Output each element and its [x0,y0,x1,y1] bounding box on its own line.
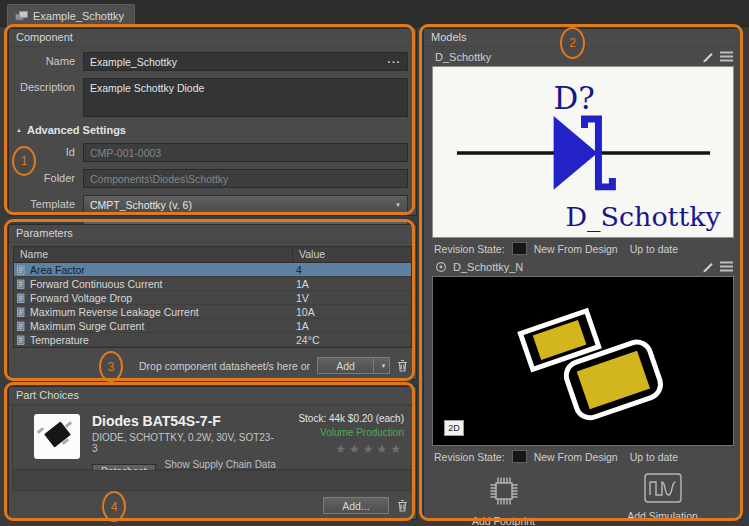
part-choices-section: Part Choices Diodes BAT54S-7-F DIODE, SC… [8,386,417,520]
part-photo-lead [65,421,72,428]
parameter-name: Forward Voltage Drop [30,292,132,304]
add-parameter-button[interactable]: Add [317,357,374,374]
revision-state-label: Revision State: [434,451,505,463]
pencil-icon [701,50,714,63]
part-photo-lead [37,427,44,434]
part-choices-section-header: Part Choices [9,387,416,405]
up-to-date-status: Up to date [630,243,678,255]
edit-footprint-button[interactable] [701,260,714,273]
part-description: DIODE, SCHOTTKY, 0.2W, 30V, SOT23-3 [92,432,276,454]
revision-state-label: Revision State: [434,243,505,255]
part-photo [34,414,80,459]
parameter-icon [17,293,26,303]
tab-bar: Example_Schottky [0,0,749,27]
parameter-icon [17,265,26,275]
add-parameter-dropdown[interactable]: ▼ [374,357,390,374]
schematic-model-name[interactable]: D_Schottky [435,51,695,63]
folder-label: Folder [9,169,75,188]
parameter-icon [17,335,26,345]
chevron-down-icon: ▼ [381,363,387,369]
footprint-preview[interactable]: 2D [432,276,734,446]
drop-datasheet-hint: Drop component datasheet/s here or [139,360,310,372]
symbol-designator: D? [554,80,595,116]
part-choice-item[interactable]: Diodes BAT54S-7-F DIODE, SCHOTTKY, 0.2W,… [12,405,413,470]
parameters-table-header: Name Value [14,247,411,263]
schottky-diode-symbol: D? D_Schottky [433,67,733,237]
parameter-name: Forward Continuous Current [30,278,162,290]
id-label: Id [9,143,75,162]
menu-icon [720,261,733,272]
parameter-value: 24°C [290,334,411,346]
template-label: Template [9,195,75,214]
footprint-chip-icon [485,472,523,510]
column-header-value[interactable]: Value [293,247,411,262]
parameters-section-header: Parameters [9,225,416,243]
symbol-caption: D_Schottky [566,201,722,233]
parameter-icon [17,307,26,317]
parameter-value: 1A [290,278,411,290]
rating-stars[interactable]: ★★★★★ [276,442,404,456]
schematic-symbol-preview[interactable]: D? D_Schottky [432,66,734,238]
footprint-model-name[interactable]: D_Schottky_N [453,261,695,273]
stock-info: Stock: 44k $0.20 (each) [276,413,404,424]
advanced-settings-label: Advanced Settings [27,124,126,136]
view-2d-button[interactable]: 2D [444,420,464,436]
advanced-settings-toggle[interactable]: ▲ Advanced Settings [16,124,408,136]
delete-parameter-button[interactable] [397,359,408,372]
folder-input: Components\Diodes\Schottky [83,169,408,188]
footprint-current-icon [435,261,447,273]
parameter-icon [17,321,26,331]
part-choices-empty-row [12,470,413,491]
more-button[interactable]: ··· [388,56,402,68]
delete-part-choice-button[interactable] [397,499,408,512]
edit-symbol-button[interactable] [701,50,714,63]
parameter-name: Maximum Reverse Leakage Current [30,306,199,318]
parameter-value: 4 [290,264,411,276]
parameters-section: Parameters Name Value Area Factor 4 Forw… [8,224,417,380]
part-title: Diodes BAT54S-7-F [92,413,276,429]
parameter-value: 1A [290,320,411,332]
parameter-value: 10A [290,306,411,318]
table-row[interactable]: Area Factor 4 [14,263,411,277]
tab-example-schottky[interactable]: Example_Schottky [7,4,135,26]
id-input: CMP-001-0003 [83,143,408,162]
table-row[interactable]: Maximum Surge Current 1A [14,319,411,333]
table-row[interactable]: Temperature 24°C [14,333,411,347]
collapse-arrow-icon: ▲ [16,127,22,133]
template-select[interactable]: CMPT_Schottky (v. 6) ▼ [83,195,408,214]
name-input[interactable]: Example_Schottky ··· [83,52,408,71]
parameters-table-body: Area Factor 4 Forward Continuous Current… [14,263,411,347]
table-row[interactable]: Forward Voltage Drop 1V [14,291,411,305]
new-from-design-label: New From Design [534,451,618,463]
chevron-down-icon: ▼ [395,202,401,208]
description-input[interactable]: Example Schottky Diode [83,78,408,117]
component-editor-window: Example_Schottky Component Name Example_… [0,0,749,526]
trash-icon [397,499,408,512]
menu-icon [720,51,733,62]
parameter-name: Area Factor [30,264,85,276]
lifecycle-status: Volume Production [276,427,404,438]
table-row[interactable]: Maximum Reverse Leakage Current 10A [14,305,411,319]
component-icon [15,11,28,21]
footprint-pads-drawing [433,277,733,445]
revision-color-swatch [512,242,527,255]
parameter-name: Maximum Surge Current [30,320,144,332]
name-label: Name [9,52,75,71]
parameters-table: Name Value Area Factor 4 Forward Continu… [13,246,412,348]
new-from-design-label: New From Design [534,243,618,255]
footprint-menu-button[interactable] [720,261,733,272]
tab-title: Example_Schottky [33,10,124,22]
table-row[interactable]: Forward Continuous Current 1A [14,277,411,291]
column-header-name[interactable]: Name [14,247,293,262]
add-part-choice-button[interactable]: Add... [323,497,389,514]
description-label: Description [9,78,75,117]
add-footprint-label: Add Footprint [472,515,535,526]
trash-icon [397,359,408,372]
pencil-icon [701,260,714,273]
component-section: Component Name Example_Schottky ··· Desc… [8,28,417,216]
parameter-value: 1V [290,292,411,304]
symbol-menu-button[interactable] [720,51,733,62]
parameter-name: Temperature [30,334,89,346]
models-section-header: Models [424,29,742,47]
add-simulation-label: Add Simulation [627,510,698,522]
